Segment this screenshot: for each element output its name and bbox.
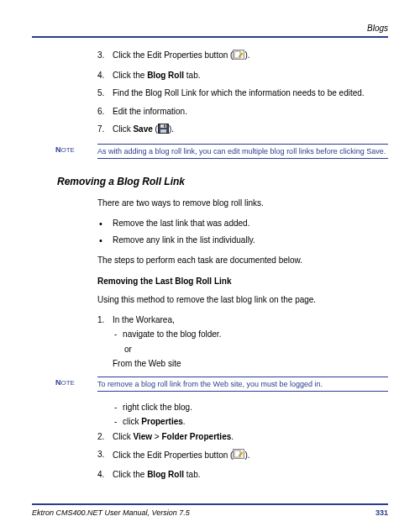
step-item: 3.Click the Edit Properties button (). [97, 449, 381, 462]
section-heading: Removing a Blog Roll Link [57, 176, 388, 187]
substep: From the Web site [113, 358, 381, 370]
intro-paragraph: There are two ways to remove blog roll l… [97, 198, 381, 209]
step-item: 5.Find the Blog Roll Link for which the … [97, 87, 381, 99]
step-item: 1. In the Workarea, navigate to the blog… [97, 314, 381, 370]
section-body-2: right click the blog.click Properties. 2… [32, 402, 388, 481]
note-label: NOTE [32, 144, 97, 159]
substeps-continued: right click the blog.click Properties. [97, 402, 381, 428]
step-text: Click Save (). [113, 124, 174, 134]
step-item: 4.Click the Blog Roll tab. [97, 469, 381, 481]
substep: click Properties. [113, 416, 381, 428]
bullet-list: Remove the last link that was added.Remo… [97, 218, 381, 246]
steps-bottom: 1. In the Workarea, navigate to the blog… [97, 314, 381, 370]
step-item: 4.Click the Blog Roll tab. [97, 70, 381, 82]
step-item: 7.Click Save (). [97, 124, 381, 137]
footer-left: Ektron CMS400.NET User Manual, Version 7… [32, 508, 190, 517]
note-text: As with adding a blog roll link, you can… [97, 144, 388, 159]
steps-bottom-rest: 2.Click View > Folder Properties.3.Click… [97, 431, 381, 481]
step-item: 6.Edit the information. [97, 106, 381, 118]
step-text: Click View > Folder Properties. [113, 432, 234, 441]
note-text: To remove a blog roll link from the Web … [97, 377, 388, 392]
step-item: 2.Click View > Folder Properties. [97, 431, 381, 443]
page-number: 331 [375, 508, 388, 517]
footer-rule [32, 503, 388, 505]
subheading: Removing the Last Blog Roll Link [97, 277, 381, 286]
note-2: NOTE To remove a blog roll link from the… [32, 377, 388, 392]
step-text: Edit the information. [113, 107, 187, 116]
substep-or: or [113, 344, 381, 356]
after-bullets: The steps to perform each task are docum… [97, 255, 381, 266]
edit-properties-icon [233, 449, 244, 462]
subintro: Using this method to remove the last blo… [97, 294, 381, 306]
substep: navigate to the blog folder. [113, 329, 381, 340]
step-text: Click the Edit Properties button (). [113, 450, 250, 460]
page-header-section: Blogs [32, 24, 388, 33]
step-item: 3.Click the Edit Properties button (). [97, 50, 381, 63]
step-text: Click the Blog Roll tab. [113, 71, 200, 80]
step-text: Find the Blog Roll Link for which the in… [113, 88, 365, 97]
save-icon [158, 124, 169, 137]
bullet-item: Remove any link in the list individually… [97, 234, 381, 246]
step-text: Click the Edit Properties button (). [113, 50, 250, 60]
steps-top: 3.Click the Edit Properties button ().4.… [97, 50, 381, 137]
svg-rect-5 [164, 125, 165, 128]
header-rule [32, 36, 388, 38]
svg-rect-4 [160, 129, 166, 133]
note-label: NOTE [32, 377, 97, 392]
step-text: Click the Blog Roll tab. [113, 470, 200, 479]
page-footer: Ektron CMS400.NET User Manual, Version 7… [32, 508, 388, 517]
bullet-item: Remove the last link that was added. [97, 218, 381, 229]
section-body: There are two ways to remove blog roll l… [32, 198, 388, 370]
substep: right click the blog. [113, 402, 381, 413]
note-1: NOTE As with adding a blog roll link, yo… [32, 144, 388, 159]
edit-properties-icon [233, 50, 244, 63]
step-text: In the Workarea, [113, 315, 175, 324]
content-area: 3.Click the Edit Properties button ().4.… [32, 50, 388, 137]
